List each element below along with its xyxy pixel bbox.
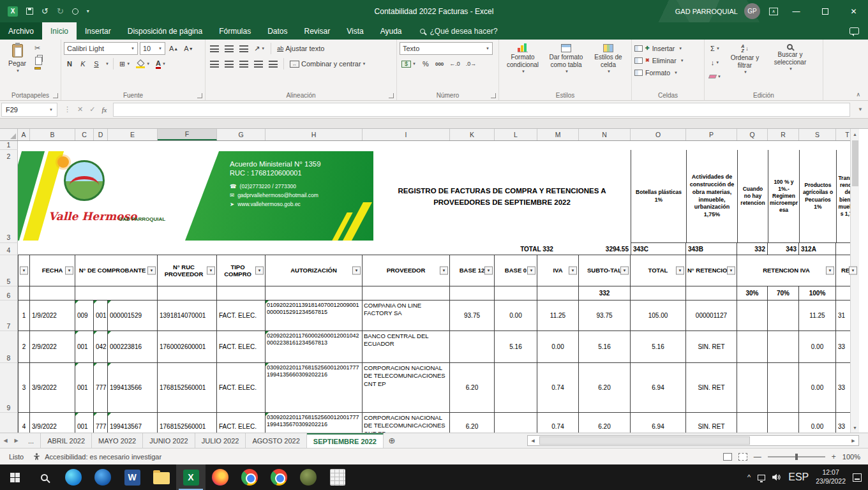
- col-header-d[interactable]: D: [94, 129, 108, 140]
- insert-function-icon[interactable]: fx: [101, 106, 107, 114]
- language-indicator[interactable]: ESP: [788, 471, 809, 483]
- close-button[interactable]: ✕: [839, 0, 868, 22]
- delete-cells-button[interactable]: ✖Eliminar▼: [634, 54, 701, 66]
- cell[interactable]: [30, 286, 75, 301]
- tab-archivo[interactable]: Archivo: [0, 22, 42, 40]
- account-name[interactable]: GAD PARROQUIAL: [675, 8, 738, 15]
- cell[interactable]: 11.25: [537, 301, 579, 331]
- word-icon[interactable]: W: [117, 464, 147, 490]
- bold-button[interactable]: N: [64, 57, 75, 70]
- horizontal-scrollbar[interactable]: ◀ ▶: [527, 435, 859, 446]
- number-format-select[interactable]: Texto▼: [400, 42, 493, 55]
- decrease-indent-icon[interactable]: [252, 57, 265, 70]
- sheet-tab-mayo-2022[interactable]: MAYO 2022: [92, 433, 143, 448]
- cell[interactable]: 93.75: [450, 301, 495, 331]
- filter-button[interactable]: ▼: [440, 267, 448, 275]
- cell[interactable]: 11.25: [799, 301, 836, 331]
- tab-disposicion[interactable]: Disposición de página: [119, 22, 211, 40]
- cell[interactable]: 0.00: [799, 331, 836, 363]
- cell[interactable]: FACT. ELEC.: [217, 331, 266, 363]
- cell[interactable]: CORPORACION NACIONAL DE TELECOMUNICACION…: [363, 363, 450, 413]
- sheet-tab-more[interactable]: ...: [22, 433, 41, 448]
- paste-button[interactable]: Pegar ▼: [3, 42, 32, 90]
- filter-button[interactable]: ▼: [20, 267, 28, 275]
- filter-button[interactable]: ▼: [527, 267, 535, 275]
- cut-icon[interactable]: ✂: [34, 45, 43, 52]
- firefox-icon[interactable]: [206, 464, 235, 490]
- page-break-view-icon[interactable]: [738, 453, 747, 461]
- cell[interactable]: 70%: [768, 286, 799, 301]
- accounting-format-button[interactable]: $▼: [400, 57, 418, 70]
- cell[interactable]: Actividades de construcción de obra mate…: [687, 150, 738, 243]
- page-layout-view-icon[interactable]: [723, 453, 732, 461]
- filter-button[interactable]: ▼: [569, 267, 577, 275]
- sheet-tab-septiembre-2022[interactable]: SEPTIEMBRE 2022: [307, 433, 384, 448]
- tab-inicio[interactable]: Inicio: [42, 22, 77, 40]
- zoom-level[interactable]: 100%: [842, 453, 860, 461]
- cell[interactable]: FACT. ELEC.: [217, 301, 266, 331]
- cell[interactable]: [266, 286, 363, 301]
- col-header-i[interactable]: I: [363, 129, 450, 140]
- cell[interactable]: 001: [75, 413, 94, 433]
- qat-dropdown-icon[interactable]: ▾: [87, 9, 89, 14]
- align-middle-icon[interactable]: [223, 42, 236, 55]
- file-explorer-icon[interactable]: [147, 464, 176, 490]
- cell[interactable]: 0.00: [537, 331, 579, 363]
- scroll-left-icon[interactable]: ◀: [528, 436, 538, 445]
- cell[interactable]: 2/9/2022: [30, 331, 75, 363]
- cell[interactable]: 001: [75, 363, 94, 413]
- cell[interactable]: 0209202201176000260001200104200022381612…: [266, 331, 363, 363]
- cell[interactable]: [450, 331, 495, 363]
- cell[interactable]: 343B: [686, 243, 737, 255]
- cell[interactable]: COMPANIA ON LINE FACTORY SA: [363, 301, 450, 331]
- cell[interactable]: [18, 243, 495, 255]
- chrome-icon[interactable]: [235, 464, 264, 490]
- wrap-text-button[interactable]: ab Ajustar texto: [275, 42, 326, 55]
- copy-icon[interactable]: [37, 55, 43, 62]
- col-header-b[interactable]: B: [30, 129, 75, 140]
- cell[interactable]: 105.00: [631, 301, 686, 331]
- scroll-up-icon[interactable]: ▲: [851, 129, 859, 139]
- cell[interactable]: 3294.55: [579, 243, 631, 255]
- cell[interactable]: SIN. RET: [686, 413, 737, 433]
- col-header-a[interactable]: A: [18, 129, 30, 140]
- cell[interactable]: [75, 286, 158, 301]
- header-tipo[interactable]: TIPO COMPRO▼: [217, 255, 266, 286]
- volume-icon[interactable]: [772, 473, 781, 481]
- cell[interactable]: 5.16: [579, 331, 631, 363]
- excel-app-icon[interactable]: X: [8, 6, 18, 17]
- sheet-tab-junio-2022[interactable]: JUNIO 2022: [143, 433, 195, 448]
- cell[interactable]: 332: [579, 286, 631, 301]
- network-icon[interactable]: [758, 475, 765, 480]
- autosum-button[interactable]: Σ▼: [707, 42, 723, 55]
- cell[interactable]: 6.94: [631, 363, 686, 413]
- row-header-2-3[interactable]: 2 3: [0, 150, 18, 243]
- enter-icon[interactable]: ✓: [89, 105, 95, 114]
- tab-formulas[interactable]: Fórmulas: [211, 22, 259, 40]
- cell[interactable]: Cuando no hay retencion: [738, 150, 768, 243]
- cell[interactable]: [495, 413, 537, 433]
- align-left-icon[interactable]: [208, 57, 221, 70]
- cell[interactable]: 3: [18, 363, 30, 413]
- row-header-9[interactable]: 9: [0, 363, 18, 413]
- filter-button[interactable]: ▼: [826, 267, 834, 275]
- hidden-icons-chevron[interactable]: ^: [747, 473, 751, 481]
- cell[interactable]: [495, 363, 537, 413]
- filter-button[interactable]: ▼: [207, 267, 215, 275]
- cell[interactable]: 1760002600001: [158, 331, 217, 363]
- expand-formula-bar-icon[interactable]: ▼: [853, 107, 868, 112]
- cell[interactable]: 5.16: [495, 331, 537, 363]
- cell[interactable]: 6.20: [579, 413, 631, 433]
- cell[interactable]: [768, 363, 799, 413]
- cell[interactable]: 0.00: [799, 413, 836, 433]
- filter-button[interactable]: ▼: [849, 267, 857, 275]
- cell[interactable]: 30%: [737, 286, 768, 301]
- cell[interactable]: 93.75: [579, 301, 631, 331]
- tab-revisar[interactable]: Revisar: [296, 22, 339, 40]
- header-n-retencion[interactable]: N° RETENCION▼: [686, 255, 737, 286]
- app-icon-olive[interactable]: [294, 464, 323, 490]
- align-right-icon[interactable]: [237, 57, 250, 70]
- select-all-corner[interactable]: [0, 129, 18, 140]
- borders-button[interactable]: ⊞▼: [117, 57, 132, 70]
- cell[interactable]: 0.74: [537, 413, 579, 433]
